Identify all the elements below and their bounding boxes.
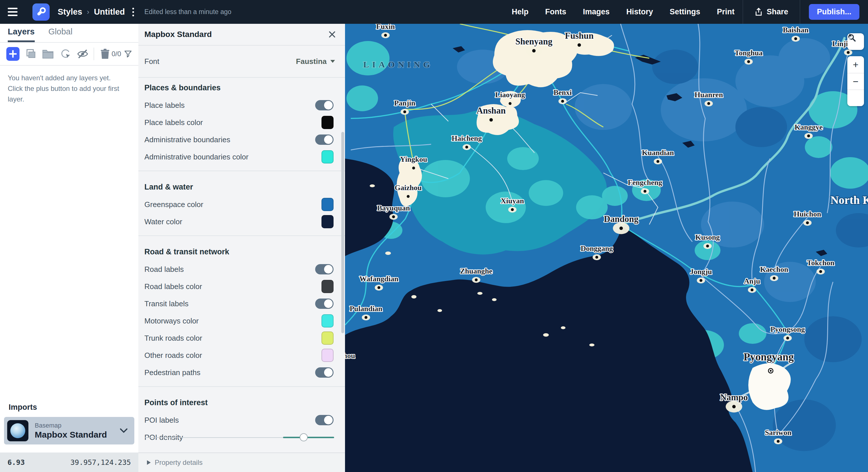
city-dot-icon	[595, 256, 598, 259]
topbar-menu-images[interactable]: Images	[583, 7, 610, 16]
topbar-menu-help[interactable]: Help	[512, 7, 529, 16]
setting-label: Administrative boundaries	[144, 135, 230, 144]
city-dot-icon	[700, 279, 702, 282]
setting-row-road-labels: Road labels	[138, 261, 345, 278]
map-label-yingkou: Yingkou	[400, 155, 427, 164]
toggle-transit-labels[interactable]	[315, 299, 334, 309]
add-layer-button[interactable]	[6, 47, 20, 61]
duplicate-layer-button[interactable]	[24, 47, 37, 61]
font-label: Font	[144, 57, 159, 66]
tab-global[interactable]: Global	[49, 27, 73, 42]
breadcrumb-title[interactable]: Untitled	[94, 7, 125, 16]
slider-knob-poi-density[interactable]	[300, 433, 308, 441]
style-options-kebab-icon[interactable]	[132, 8, 134, 16]
setting-row-greenspace-color: Greenspace color	[138, 196, 345, 213]
zoom-out-button[interactable]: −	[847, 73, 864, 90]
swatch-administrative-boundaries-color[interactable]	[321, 150, 334, 164]
section-points-of-interest: Points of interestPOI labelsPOI density	[138, 386, 345, 451]
setting-label: Road labels color	[144, 282, 202, 291]
toggle-poi-labels[interactable]	[315, 415, 334, 425]
city-dot-icon	[656, 160, 659, 163]
map-label-panjin: Panjin	[394, 99, 415, 107]
city-dot-icon	[578, 43, 581, 47]
map-label-kuandian: Kuandian	[642, 148, 674, 157]
setting-row-transit-labels: Transit labels	[138, 295, 345, 312]
import-kind: Basemap	[35, 422, 120, 429]
publish-button[interactable]: Publish...	[809, 4, 859, 20]
panel-header: Mapbox Standard	[138, 24, 345, 45]
map-label-pyongyang: Pyongyang	[744, 351, 794, 363]
setting-row-water-color: Water color	[138, 213, 345, 230]
topbar-menu-fonts[interactable]: Fonts	[545, 7, 566, 16]
toggle-road-labels[interactable]	[315, 264, 334, 274]
topbar-menu-settings[interactable]: Settings	[670, 7, 701, 16]
topbar-left: Styles › Untitled Edited less than a min…	[0, 0, 231, 24]
swatch-motorways-color[interactable]	[321, 314, 334, 328]
topbar-menu-history[interactable]: History	[626, 7, 653, 16]
setting-row-administrative-boundaries-color: Administrative boundaries color	[138, 148, 345, 165]
font-value: Faustina	[296, 57, 327, 66]
city-dot-icon	[619, 227, 623, 230]
breadcrumb: Styles › Untitled	[58, 7, 134, 16]
basemap-import-row[interactable]: Basemap Mapbox Standard	[4, 417, 134, 444]
property-details-label: Property details	[155, 459, 203, 467]
topbar-menu-print[interactable]: Print	[717, 7, 735, 16]
select-layer-button[interactable]	[59, 47, 71, 61]
city-dot-icon	[747, 60, 750, 63]
imports-section: Imports Basemap Mapbox Standard	[0, 403, 138, 452]
tab-layers[interactable]: Layers	[8, 27, 35, 42]
font-select[interactable]: Faustina	[296, 57, 335, 66]
group-layers-button[interactable]	[42, 47, 54, 61]
hide-layer-button[interactable]	[76, 47, 89, 61]
delete-layer-button[interactable]	[99, 47, 112, 61]
toggle-pedestrian-paths[interactable]	[315, 367, 334, 378]
map-label-baishan: Baishan	[783, 26, 809, 34]
panel-scrollbar[interactable]	[341, 132, 344, 333]
breadcrumb-styles[interactable]: Styles	[58, 7, 82, 16]
map-label-dandong: Dandong	[604, 214, 639, 224]
city-dot-icon	[751, 289, 753, 291]
dropdown-caret-icon	[330, 60, 335, 63]
filter-icon[interactable]	[124, 50, 132, 58]
city-dot-icon	[707, 102, 710, 105]
hamburger-menu-icon[interactable]	[8, 3, 25, 21]
panel-scroll-area[interactable]: Mapbox Standard Font Faustina Places & b…	[138, 24, 345, 452]
swatch-place-labels-color[interactable]	[321, 116, 334, 129]
share-label: Share	[767, 7, 788, 16]
swatch-water-color[interactable]	[321, 215, 334, 228]
map-label-donggang: Donggang	[581, 244, 613, 252]
layer-counter: 0/0	[112, 50, 121, 58]
map-label-fengcheng: Fengcheng	[628, 178, 662, 187]
property-details-toggle[interactable]: Property details	[138, 452, 345, 472]
expand-triangle-icon	[147, 460, 151, 465]
toggle-place-labels[interactable]	[315, 100, 334, 110]
mapbox-studio-logo-icon[interactable]	[32, 3, 50, 21]
swatch-road-labels-color[interactable]	[321, 280, 334, 293]
section-heading: Places & boundaries	[138, 79, 345, 97]
slider-fill	[283, 437, 334, 438]
city-dot-icon	[384, 34, 387, 37]
section-land-water: Land & waterGreenspace colorWater color	[138, 171, 345, 235]
topbar: Styles › Untitled Edited less than a min…	[0, 0, 868, 24]
zoom-in-button[interactable]: +	[847, 56, 864, 73]
swatch-other-roads-color[interactable]	[321, 349, 334, 362]
map-label-kanggye: Kanggye	[795, 123, 823, 131]
map-label-pyongsong: Pyongsong	[770, 325, 805, 334]
swatch-trunk-roads-color[interactable]	[321, 332, 334, 345]
chevron-down-icon[interactable]	[120, 429, 127, 433]
cursor-coordinates: 39.957,124.235	[70, 458, 131, 467]
setting-row-place-labels-color: Place labels color	[138, 114, 345, 131]
map-canvas[interactable]: FuxinShenyangFushunBaishanLinjiangTonghu…	[345, 24, 868, 472]
setting-row-place-labels: Place labels	[138, 97, 345, 114]
setting-row-road-labels-color: Road labels color	[138, 278, 345, 295]
toolbar-divider	[94, 47, 94, 60]
toggle-administrative-boundaries[interactable]	[315, 134, 334, 145]
city-dot-icon	[794, 37, 797, 40]
duplicate-icon	[25, 48, 36, 59]
close-panel-button[interactable]	[328, 30, 336, 39]
panel-title: Mapbox Standard	[144, 30, 212, 39]
map-label-tonghua: Tonghua	[735, 49, 763, 57]
swatch-greenspace-color[interactable]	[321, 198, 334, 211]
compass-button[interactable]	[847, 90, 864, 106]
share-button[interactable]: Share	[743, 0, 800, 24]
